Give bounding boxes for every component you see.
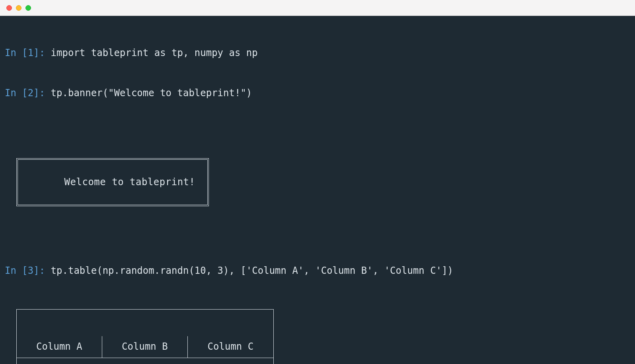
prompt-in-2: In [2]: bbox=[5, 87, 51, 99]
minimize-window-button[interactable] bbox=[16, 5, 21, 11]
terminal-area[interactable]: In [1]: import tableprint as tp, numpy a… bbox=[0, 16, 635, 364]
close-window-button[interactable] bbox=[6, 5, 12, 11]
input-line-2: In [2]: tp.banner("Welcome to tableprint… bbox=[5, 87, 630, 100]
table-header-cell: Column C bbox=[188, 336, 273, 358]
code-line-1: import tableprint as tp, numpy as np bbox=[51, 47, 258, 58]
code-line-2: tp.banner("Welcome to tableprint!") bbox=[51, 87, 252, 99]
banner-frame: Welcome to tableprint! bbox=[16, 158, 209, 206]
code-line-3: tp.table(np.random.randn(10, 3), ['Colum… bbox=[51, 265, 453, 276]
table-header-cell: Column B bbox=[102, 336, 188, 358]
prompt-in-3: In [3]: bbox=[5, 265, 51, 276]
maximize-window-button[interactable] bbox=[25, 5, 31, 11]
input-line-1: In [1]: import tableprint as tp, numpy a… bbox=[5, 46, 630, 60]
table-output: Column A Column B Column C -0.93793 -0.8… bbox=[16, 309, 274, 364]
table-header-row: Column A Column B Column C bbox=[17, 336, 273, 358]
banner-text: Welcome to tableprint! bbox=[64, 176, 195, 188]
table-header-cell: Column A bbox=[17, 336, 102, 358]
input-line-3: In [3]: tp.table(np.random.randn(10, 3),… bbox=[5, 264, 630, 278]
banner-output: Welcome to tableprint! bbox=[16, 132, 209, 233]
prompt-in-1: In [1]: bbox=[5, 47, 51, 58]
window-titlebar bbox=[0, 0, 635, 16]
